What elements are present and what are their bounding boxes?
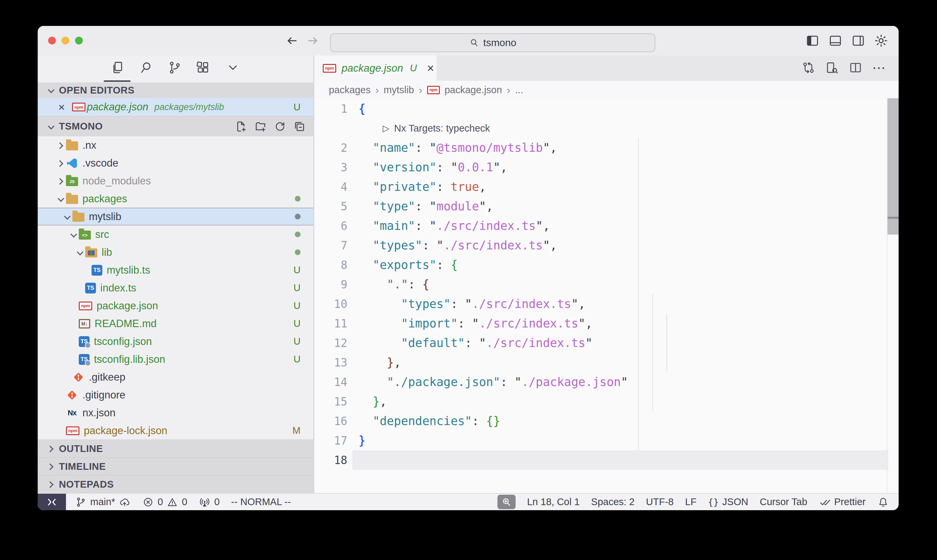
open-editors-label: OPEN EDITORS — [59, 85, 135, 96]
toggle-secondary-sidebar-icon[interactable] — [851, 33, 866, 48]
collapse-folders-icon[interactable] — [293, 120, 306, 133]
section-header-timeline[interactable]: TIMELINE — [38, 457, 313, 475]
cursor-tab-status[interactable]: Cursor Tab — [760, 496, 807, 508]
tree-item-.gitkeep[interactable]: .gitkeep — [38, 368, 313, 386]
find-in-file-icon[interactable] — [825, 60, 839, 75]
source-control-icon[interactable] — [167, 60, 182, 75]
settings-gear-icon[interactable] — [874, 33, 889, 48]
breadcrumb-item[interactable]: package.json — [445, 85, 502, 95]
navigate-back-icon[interactable] — [285, 34, 299, 48]
chevron-right-icon[interactable] — [56, 140, 66, 151]
code-line-2[interactable]: 2 "name": "@tsmono/mytslib", — [315, 138, 899, 157]
close-editor-icon[interactable]: × — [56, 101, 67, 114]
workspace-section-header[interactable]: TSMONO — [38, 116, 313, 136]
code-line-5[interactable]: 5 "type": "module", — [315, 197, 899, 216]
zoom-level-button[interactable] — [497, 495, 515, 509]
tree-item-mytslib.ts[interactable]: TSmytslib.tsU — [38, 261, 313, 279]
tree-item-nx.json[interactable]: Nxnx.json — [38, 404, 313, 422]
scrollbar-thumb-lower[interactable] — [888, 219, 899, 235]
tree-item-lib[interactable]: lib — [38, 243, 313, 261]
problems-status[interactable]: 0 0 — [142, 496, 187, 508]
toggle-primary-sidebar-icon[interactable] — [805, 33, 820, 48]
code-line-18[interactable]: 18 — [315, 450, 899, 470]
refresh-icon[interactable] — [274, 120, 286, 133]
explorer-icon[interactable] — [110, 60, 125, 75]
tree-item-node_modules[interactable]: node_modules — [38, 172, 313, 190]
tree-item-tsconfig.json[interactable]: TStsconfig.jsonU — [38, 332, 313, 350]
new-file-icon[interactable] — [235, 120, 248, 133]
cursor-position-status[interactable]: Ln 18, Col 1 — [527, 496, 580, 508]
notifications-bell-icon[interactable] — [877, 496, 889, 508]
code-line-7[interactable]: 7 "types": "./src/index.ts", — [315, 235, 899, 255]
more-views-chevron-icon[interactable] — [226, 60, 240, 75]
code-line-13[interactable]: 13 }, — [315, 353, 899, 372]
new-folder-icon[interactable] — [254, 120, 267, 133]
chevron-right-icon[interactable] — [56, 176, 66, 186]
code-line-14[interactable]: 14 "./package.json": "./package.json" — [315, 372, 899, 392]
code-line-16[interactable]: 16 "dependencies": {} — [315, 411, 899, 431]
codelens-row[interactable]: ▷Nx Targets: typecheck — [315, 118, 899, 138]
codelens-label[interactable]: Nx Targets: typecheck — [394, 123, 490, 134]
search-view-icon[interactable] — [138, 60, 154, 75]
tree-item-.nx[interactable]: .nx — [38, 136, 313, 154]
tab-close-icon[interactable]: × — [427, 62, 434, 74]
breadcrumb-item[interactable]: mytslib — [384, 85, 414, 95]
command-center-search[interactable]: tsmono — [330, 33, 655, 52]
toggle-panel-icon[interactable] — [828, 33, 843, 48]
git-branch-status[interactable]: main* — [75, 496, 131, 508]
code-line-6[interactable]: 6 "main": "./src/index.ts", — [315, 216, 899, 235]
more-actions-icon[interactable]: ⋯ — [872, 60, 886, 75]
tree-item-tsconfig.lib.json[interactable]: TStsconfig.lib.jsonU — [38, 350, 313, 368]
tree-item-packages[interactable]: packages — [38, 190, 313, 208]
encoding-status[interactable]: UTF-8 — [646, 496, 674, 508]
formatter-status[interactable]: Prettier — [819, 496, 866, 508]
code-line-12[interactable]: 12 "default": "./src/index.ts" — [315, 333, 899, 353]
code-line-9[interactable]: 9 ".": { — [315, 275, 899, 294]
tree-item-package-lock.json[interactable]: npmpackage-lock.jsonM — [38, 422, 313, 440]
open-changes-icon[interactable] — [801, 60, 816, 75]
tree-item-.gitignore[interactable]: .gitignore — [38, 386, 313, 404]
chevron-right-icon[interactable] — [56, 158, 66, 168]
chevron-down-icon[interactable] — [56, 194, 66, 204]
open-editors-section-header[interactable]: OPEN EDITORS — [38, 82, 313, 98]
code-line-11[interactable]: 11 "import": "./src/index.ts", — [315, 314, 899, 333]
ports-status[interactable]: 0 — [198, 496, 220, 508]
close-window-button[interactable] — [48, 37, 56, 45]
run-target-icon[interactable]: ▷ — [383, 123, 389, 134]
zoom-window-button[interactable] — [75, 37, 83, 45]
code-line-15[interactable]: 15 }, — [315, 392, 899, 411]
chevron-down-icon[interactable] — [62, 212, 72, 222]
section-header-notepads[interactable]: NOTEPADS — [38, 475, 313, 493]
code-line-4[interactable]: 4 "private": true, — [315, 177, 899, 197]
split-editor-icon[interactable] — [848, 60, 863, 75]
chevron-down-icon[interactable] — [75, 247, 85, 257]
vim-mode-indicator[interactable]: -- NORMAL -- — [231, 496, 291, 508]
open-editor-item[interactable]: × npm package.json packages/mytslib U — [38, 98, 313, 116]
code-line-8[interactable]: 8 "exports": { — [315, 255, 899, 275]
remote-indicator-button[interactable] — [38, 494, 66, 510]
tab-package-json[interactable]: npm package.json U × — [315, 55, 437, 81]
tree-item-src[interactable]: src — [38, 226, 313, 243]
chevron-down-icon[interactable] — [69, 229, 79, 240]
language-mode-status[interactable]: {} JSON — [708, 496, 748, 508]
code-line-10[interactable]: 10 "types": "./src/index.ts", — [315, 294, 899, 314]
scrollbar[interactable] — [888, 98, 899, 493]
navigate-forward-icon[interactable] — [306, 34, 319, 48]
minimize-window-button[interactable] — [62, 37, 69, 45]
tree-item-.vscode[interactable]: .vscode — [38, 154, 313, 172]
breadcrumb-item[interactable]: packages — [329, 85, 371, 95]
extensions-icon[interactable] — [195, 60, 210, 75]
tree-item-package.json[interactable]: npmpackage.jsonU — [38, 297, 313, 315]
indentation-status[interactable]: Spaces: 2 — [591, 496, 634, 508]
tree-item-index.ts[interactable]: TSindex.tsU — [38, 279, 313, 297]
code-line-3[interactable]: 3 "version": "0.0.1", — [315, 157, 899, 177]
eol-status[interactable]: LF — [685, 496, 697, 508]
code-line-17[interactable]: 17} — [315, 431, 899, 450]
scrollbar-thumb[interactable] — [888, 98, 899, 217]
code-editor[interactable]: 1{▷Nx Targets: typecheck2 "name": "@tsmo… — [315, 99, 899, 493]
tree-item-mytslib[interactable]: mytslib — [38, 208, 313, 226]
breadcrumb-item[interactable]: ... — [515, 85, 523, 95]
code-line-1[interactable]: 1{ — [315, 99, 899, 118]
tree-item-README.md[interactable]: M↓README.mdU — [38, 315, 313, 332]
section-header-outline[interactable]: OUTLINE — [38, 440, 313, 457]
